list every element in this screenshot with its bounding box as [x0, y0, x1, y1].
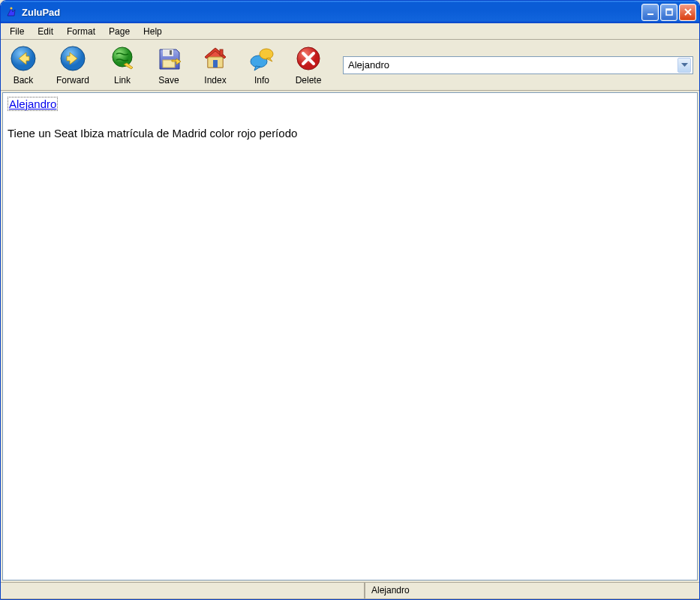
menu-help[interactable]: Help	[137, 25, 168, 38]
index-button[interactable]: Index	[199, 44, 232, 87]
link-button[interactable]: Link	[106, 44, 139, 87]
page-link[interactable]: Alejandro	[8, 97, 58, 111]
forward-button[interactable]: Forward	[53, 44, 92, 87]
svg-rect-3	[666, 9, 672, 10]
app-window: ZuluPad File Edit Format Page Help	[0, 0, 700, 600]
menubar: File Edit Format Page Help	[1, 23, 699, 40]
page-selector-value: Alejandro	[348, 59, 677, 70]
delete-x-icon	[295, 45, 322, 72]
app-icon	[5, 6, 17, 18]
svg-rect-11	[213, 60, 218, 68]
svg-rect-1	[647, 14, 653, 15]
close-button[interactable]	[679, 4, 696, 21]
window-title: ZuluPad	[22, 7, 641, 18]
delete-button[interactable]: Delete	[292, 44, 325, 87]
status-left	[1, 583, 365, 599]
statusbar: Alejandro	[1, 582, 699, 599]
index-label: Index	[204, 75, 226, 86]
svg-rect-12	[220, 50, 223, 56]
body-text[interactable]: Tiene un Seat Ibiza matrícula de Madrid …	[8, 127, 692, 140]
link-label: Link	[114, 75, 131, 86]
forward-arrow-icon	[59, 45, 86, 72]
delete-label: Delete	[296, 75, 322, 86]
menu-file[interactable]: File	[4, 25, 30, 38]
chevron-down-icon	[677, 58, 691, 73]
svg-point-6	[113, 47, 132, 67]
page-selector-dropdown[interactable]: Alejandro	[343, 56, 693, 74]
menu-page[interactable]: Page	[103, 25, 136, 38]
menu-format[interactable]: Format	[61, 25, 101, 38]
svg-rect-8	[170, 50, 172, 55]
maximize-button[interactable]	[660, 4, 677, 21]
save-label: Save	[158, 75, 179, 86]
back-button[interactable]: Back	[7, 44, 40, 87]
minimize-button[interactable]	[641, 4, 659, 21]
back-arrow-icon	[10, 45, 37, 72]
svg-point-14	[260, 49, 273, 59]
back-label: Back	[14, 75, 34, 86]
save-floppy-icon	[155, 45, 182, 72]
info-button[interactable]: Info	[245, 44, 278, 87]
toolbar: Back Forward L	[1, 40, 699, 91]
titlebar: ZuluPad	[1, 1, 699, 23]
menu-edit[interactable]: Edit	[32, 25, 59, 38]
svg-point-0	[11, 8, 13, 10]
editor-area[interactable]: Alejandro Tiene un Seat Ibiza matrícula …	[2, 92, 698, 580]
window-controls	[641, 4, 696, 21]
link-globe-icon	[109, 45, 136, 72]
info-label: Info	[254, 75, 269, 86]
info-bubbles-icon	[248, 45, 275, 72]
forward-label: Forward	[56, 75, 89, 86]
index-home-icon	[202, 45, 229, 72]
save-button[interactable]: Save	[152, 44, 185, 87]
status-right: Alejandro	[365, 583, 699, 599]
content-frame: Alejandro Tiene un Seat Ibiza matrícula …	[1, 91, 699, 582]
